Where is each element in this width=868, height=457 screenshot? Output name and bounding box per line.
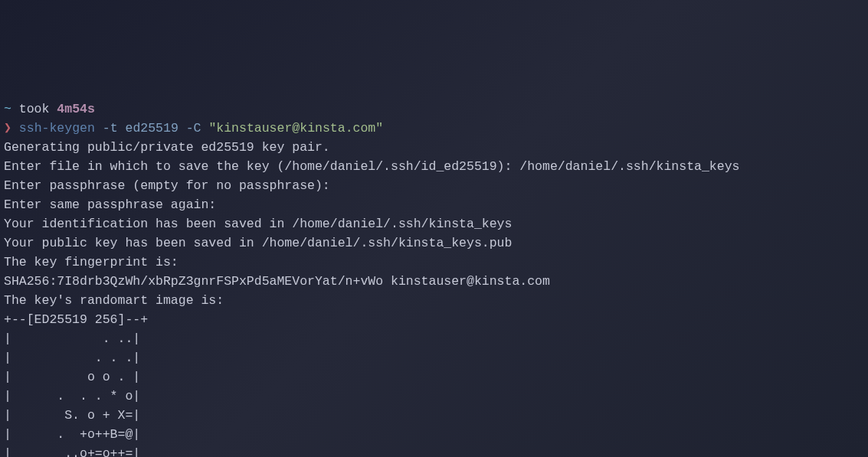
randomart-line: | ..o+=o++=| <box>4 446 140 457</box>
output-line: Enter passphrase (empty for no passphras… <box>4 178 330 193</box>
output-line: Enter file in which to save the key (/ho… <box>4 159 739 174</box>
command-name: ssh-keygen <box>19 121 95 135</box>
arg-comment: "kinstauser@kinsta.com" <box>208 121 383 135</box>
duration-value: 4m54s <box>57 102 95 116</box>
flag-t: -t <box>95 121 126 135</box>
prompt-line-1: ~ took 4m54s <box>4 102 95 116</box>
randomart-line: | . . . * o| <box>4 389 140 403</box>
prompt-arrow-icon: ❯ <box>4 121 19 135</box>
flag-c: -C <box>179 121 209 135</box>
terminal-output[interactable]: ~ took 4m54s ❯ ssh-keygen -t ed25519 -C … <box>4 80 864 457</box>
output-fingerprint: SHA256:7I8drb3QzWh/xbRpZ3gnrFSPxPd5aMEVo… <box>4 274 550 289</box>
output-line: Generating public/private ed25519 key pa… <box>4 140 330 155</box>
randomart-line: | . ..| <box>4 331 140 346</box>
output-line: Enter same passphrase again: <box>4 197 216 212</box>
randomart-line: | . . .| <box>4 351 140 365</box>
took-label: took <box>11 102 57 116</box>
output-line: Your public key has been saved in /home/… <box>4 236 512 250</box>
arg-ed25519: ed25519 <box>125 121 178 135</box>
output-line: The key's randomart image is: <box>4 293 224 308</box>
output-line: The key fingerprint is: <box>4 255 179 269</box>
randomart-line: | . +o++B=@| <box>4 427 140 442</box>
randomart-line: +--[ED25519 256]--+ <box>4 312 148 327</box>
randomart-line: | S. o + X=| <box>4 408 140 423</box>
command-line: ❯ ssh-keygen -t ed25519 -C "kinstauser@k… <box>4 121 383 135</box>
output-line: Your identification has been saved in /h… <box>4 217 512 231</box>
home-indicator: ~ <box>4 102 11 116</box>
randomart-line: | o o . | <box>4 370 140 384</box>
